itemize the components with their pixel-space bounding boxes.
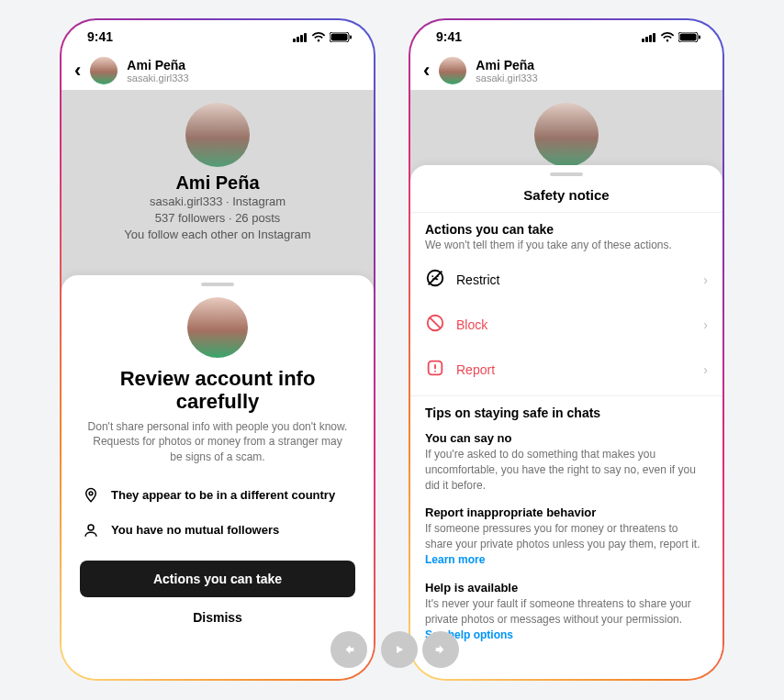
status-bar: 9:41	[410, 20, 722, 53]
chevron-right-icon: ›	[703, 362, 708, 377]
actions-sub: We won't tell them if you take any of th…	[425, 239, 708, 251]
profile-handle-line: sasaki.girl333 · Instagram	[62, 194, 374, 210]
sheet-grabber[interactable]	[550, 172, 583, 176]
review-title: Review account info carefully	[80, 367, 355, 414]
svg-point-24	[434, 371, 436, 372]
profile-stats-line: 537 followers · 26 posts	[62, 210, 374, 227]
back-icon[interactable]: ‹	[74, 59, 81, 83]
report-icon	[425, 358, 445, 381]
signal-country-text: They appear to be in a different country	[111, 488, 335, 502]
chat-header: ‹ Ami Peña sasaki.girl333	[410, 53, 722, 90]
svg-rect-2	[300, 35, 303, 42]
tips-section-header: Tips on staying safe in chats	[410, 396, 722, 426]
actions-section-header: Actions you can take We won't tell them …	[410, 213, 722, 257]
profile-avatar	[534, 103, 599, 167]
svg-rect-10	[645, 37, 648, 42]
svg-rect-14	[680, 33, 697, 40]
status-icons	[293, 32, 352, 42]
phone-frame-left: 9:41 ‹ Ami Peña sasaki.girl333 Ami Peña …	[60, 18, 375, 681]
person-icon	[82, 522, 100, 539]
chevron-right-icon: ›	[703, 272, 708, 287]
sheet-avatar	[187, 297, 248, 358]
report-label: Report	[456, 362, 692, 377]
safety-title: Safety notice	[410, 187, 722, 213]
header-avatar[interactable]	[439, 57, 466, 84]
profile-relation-line: You follow each other on Instagram	[62, 227, 374, 243]
dismiss-button[interactable]: Dismiss	[80, 597, 355, 628]
svg-point-17	[431, 275, 433, 277]
header-avatar[interactable]	[90, 57, 118, 84]
tip-report: Report inappropriate behavior If someone…	[410, 500, 722, 574]
svg-rect-1	[297, 37, 299, 42]
arrow-right-icon	[433, 642, 448, 657]
svg-rect-3	[304, 33, 307, 42]
block-label: Block	[456, 317, 692, 332]
chat-header: ‹ Ami Peña sasaki.girl333	[62, 53, 374, 90]
arrow-left-icon	[342, 642, 356, 657]
battery-icon	[330, 32, 352, 42]
status-time: 9:41	[87, 29, 113, 44]
battery-icon	[678, 32, 700, 42]
svg-rect-15	[699, 35, 700, 39]
tip-say-no: You can say no If you're asked to do som…	[410, 426, 722, 500]
tip3-body: It's never your fault if someone threate…	[425, 596, 708, 628]
svg-rect-12	[653, 33, 655, 42]
phone-screen-right: 9:41 ‹ Ami Peña sasaki.girl333 Safety no…	[410, 20, 722, 679]
signal-mutuals-text: You have no mutual followers	[111, 523, 279, 537]
report-row[interactable]: Report ›	[410, 347, 722, 392]
cellular-icon	[293, 32, 308, 42]
review-subtitle: Don't share personal info with people yo…	[80, 419, 355, 465]
chevron-right-icon: ›	[703, 317, 708, 332]
header-text[interactable]: Ami Peña sasaki.girl333	[476, 58, 537, 84]
svg-point-8	[88, 525, 94, 530]
status-bar: 9:41	[62, 20, 374, 53]
location-pin-icon	[82, 487, 100, 504]
carousel-prev-button[interactable]	[330, 631, 367, 668]
tips-head: Tips on staying safe in chats	[425, 406, 708, 420]
wifi-icon	[311, 32, 326, 42]
learn-more-link[interactable]: Learn more	[425, 553, 485, 566]
actions-button[interactable]: Actions you can take	[80, 561, 355, 597]
profile-name: Ami Peña	[62, 172, 374, 194]
safety-notice-sheet: Safety notice Actions you can take We wo…	[410, 165, 722, 679]
restrict-icon	[425, 268, 445, 291]
svg-rect-5	[331, 33, 348, 40]
block-icon	[425, 313, 445, 336]
svg-rect-6	[350, 35, 352, 39]
cellular-icon	[642, 32, 656, 42]
svg-rect-9	[642, 39, 644, 42]
phone-frame-right: 9:41 ‹ Ami Peña sasaki.girl333 Safety no…	[409, 18, 724, 681]
phone-screen-left: 9:41 ‹ Ami Peña sasaki.girl333 Ami Peña …	[62, 20, 374, 679]
tip3-head: Help is available	[425, 581, 708, 594]
status-icons	[642, 32, 700, 42]
wifi-icon	[660, 32, 675, 42]
svg-rect-0	[293, 39, 296, 42]
signal-no-mutuals: You have no mutual followers	[80, 513, 355, 548]
header-handle: sasaki.girl333	[127, 72, 188, 83]
tip2-head: Report inappropriate behavior	[425, 506, 708, 519]
see-help-link[interactable]: See help options	[425, 628, 708, 641]
restrict-row[interactable]: Restrict ›	[410, 257, 722, 302]
signal-different-country: They appear to be in a different country	[80, 478, 355, 513]
tip-help: Help is available It's never your fault …	[410, 575, 722, 650]
back-icon[interactable]: ‹	[423, 59, 430, 83]
header-name: Ami Peña	[476, 58, 537, 73]
header-text[interactable]: Ami Peña sasaki.girl333	[127, 58, 188, 84]
play-icon	[393, 643, 406, 656]
svg-point-7	[89, 492, 93, 495]
profile-avatar	[185, 103, 250, 167]
actions-head: Actions you can take	[425, 222, 708, 237]
svg-line-21	[430, 317, 441, 328]
tip1-body: If you're asked to do something that mak…	[425, 447, 708, 493]
svg-rect-11	[649, 35, 652, 42]
carousel-next-button[interactable]	[422, 631, 459, 668]
carousel-play-button[interactable]	[381, 631, 418, 668]
tip2-body: If someone pressures you for money or th…	[425, 522, 700, 550]
tip1-head: You can say no	[425, 431, 708, 445]
review-account-sheet: Review account info carefully Don't shar…	[62, 275, 374, 679]
block-row[interactable]: Block ›	[410, 302, 722, 347]
sheet-grabber[interactable]	[201, 283, 234, 286]
restrict-label: Restrict	[456, 272, 692, 287]
status-time: 9:41	[436, 29, 462, 44]
header-handle: sasaki.girl333	[476, 72, 537, 83]
